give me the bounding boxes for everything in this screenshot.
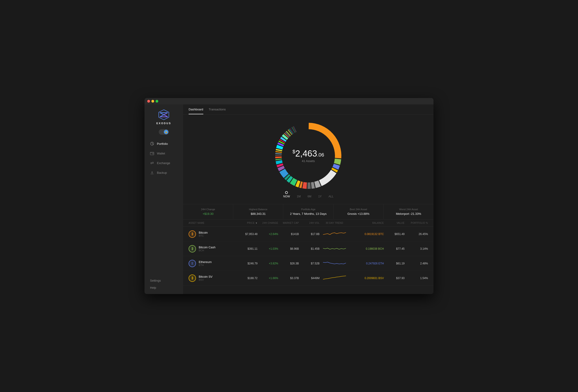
- stat-worst-asset: Worst 24H Asset Melonport -21.33%: [384, 204, 434, 219]
- stat-label-highest: Highest Balance: [236, 208, 280, 211]
- col-header-value: VALUE: [384, 222, 405, 224]
- sidebar: EXODUS 🔒 Portfolio: [144, 104, 183, 294]
- stat-best-asset: Best 24H Asset Gnosis +13.88%: [334, 204, 384, 219]
- table-row[interactable]: ₿ Bitcoin Cash BCH $391.11 +1.03% $6.96B…: [183, 241, 434, 256]
- mktcap-cell-3: $3.37B: [278, 276, 299, 280]
- asset-ticker-0: BTC: [199, 234, 208, 237]
- sidebar-item-backup[interactable]: Backup: [147, 168, 180, 177]
- app-title: EXODUS: [156, 122, 171, 125]
- time-1m[interactable]: 1M: [297, 195, 301, 198]
- col-header-price[interactable]: PRICE ▼: [235, 222, 257, 224]
- table-rows: ₿ Bitcoin BTC $7,953.48 +2.64% $141B $17…: [183, 227, 434, 285]
- table-header: ASSET NAME PRICE ▼ 24H CHANGE MARKET CAP…: [183, 219, 434, 227]
- traffic-lights: [147, 100, 158, 103]
- change-cell-1: +1.03%: [257, 247, 278, 250]
- exchange-label: Exchange: [157, 161, 170, 165]
- value-cell-0: $651.49: [384, 233, 405, 236]
- portfolio-cell-0: 26.45%: [405, 233, 428, 236]
- lock-icon: 🔒: [165, 131, 167, 133]
- asset-name-1: Bitcoin Cash: [199, 246, 215, 249]
- trend-cell-1: [320, 244, 349, 253]
- balance-cell-0: 0.0819132 BTC: [349, 233, 384, 236]
- col-header-balance: BALANCE: [349, 222, 384, 224]
- portfolio-icon: [150, 142, 154, 146]
- toggle-area[interactable]: 🔒: [144, 129, 183, 135]
- time-selector: NOW 1M 6M 1Y ALL: [283, 195, 334, 198]
- vol-cell-3: $449M: [299, 276, 320, 280]
- mktcap-cell-2: $26.3B: [278, 262, 299, 265]
- exodus-logo-icon: [158, 109, 170, 120]
- asset-ticker-2: ETH: [199, 264, 212, 267]
- nav-items: Portfolio Wallet: [144, 139, 183, 177]
- lock-knob: 🔒: [164, 130, 168, 134]
- portfolio-label: Portfolio: [157, 142, 168, 146]
- titlebar: [144, 98, 434, 104]
- vol-cell-0: $17.8B: [299, 233, 320, 236]
- asset-name-3: Bitcoin SV: [199, 275, 212, 278]
- time-all[interactable]: ALL: [329, 195, 333, 198]
- chart-section: $2,463.06 41 Assets NOW 1M 6M 1Y ALL: [183, 115, 434, 200]
- col-header-asset: ASSET NAME: [189, 222, 235, 224]
- wallet-label: Wallet: [157, 152, 165, 155]
- sidebar-item-exchange[interactable]: Exchange: [147, 158, 180, 167]
- asset-cell-1: ₿ Bitcoin Cash BCH: [189, 245, 235, 252]
- sparkline-0: [323, 230, 346, 237]
- backup-label: Backup: [157, 171, 167, 174]
- value-cell-3: $37.93: [384, 276, 405, 280]
- trend-cell-0: [320, 230, 349, 238]
- change-cell-0: +2.64%: [257, 233, 278, 236]
- balance-cell-3: 0.2009831 BSV: [349, 276, 384, 280]
- tab-dashboard[interactable]: Dashboard: [189, 108, 203, 114]
- col-header-vol: 24H VOL: [299, 222, 320, 224]
- sparkline-2: [323, 259, 346, 267]
- time-now[interactable]: NOW: [283, 195, 290, 198]
- value-main: 2,463: [295, 149, 317, 158]
- exchange-icon: [150, 161, 154, 165]
- logo-area: EXODUS: [144, 109, 183, 125]
- asset-cell-2: Ξ Ethereum ETH: [189, 260, 235, 267]
- stat-label-change: 24H Change: [186, 208, 230, 211]
- app-window: EXODUS 🔒 Portfolio: [144, 98, 434, 294]
- tab-transactions[interactable]: Transactions: [209, 108, 226, 114]
- sidebar-item-wallet[interactable]: Wallet: [147, 149, 180, 158]
- stat-value-worst: Melonport -21.33%: [386, 212, 431, 216]
- maximize-button[interactable]: [155, 100, 158, 103]
- close-button[interactable]: [147, 100, 150, 103]
- sparkline-3: [323, 274, 346, 282]
- asset-name-0: Bitcoin: [199, 231, 208, 234]
- settings-link[interactable]: Settings: [150, 279, 178, 282]
- change-cell-2: +3.82%: [257, 262, 278, 265]
- time-6m[interactable]: 6M: [308, 195, 312, 198]
- sidebar-bottom: Settings Help: [144, 279, 183, 289]
- table-row[interactable]: Ξ Ethereum ETH $246.79 +3.82% $26.3B $7.…: [183, 256, 434, 271]
- sparkline-1: [323, 244, 346, 252]
- sidebar-item-portfolio[interactable]: Portfolio: [147, 139, 180, 148]
- help-link[interactable]: Help: [150, 286, 178, 289]
- tab-bar: Dashboard Transactions: [183, 104, 434, 115]
- table-row[interactable]: ₿ Bitcoin BTC $7,953.48 +2.64% $141B $17…: [183, 227, 434, 241]
- vol-cell-2: $7.52B: [299, 262, 320, 265]
- donut-center: $2,463.06 41 Assets: [292, 149, 324, 163]
- minimize-button[interactable]: [151, 100, 154, 103]
- asset-ticker-1: BCH: [199, 249, 215, 252]
- stat-label-worst: Worst 24H Asset: [386, 208, 431, 211]
- time-1y[interactable]: 1Y: [318, 195, 322, 198]
- balance-cell-2: 0.247926 ETH: [349, 262, 384, 265]
- asset-name-2: Ethereum: [199, 260, 212, 264]
- stat-24h-change: 24H Change +$19.30: [183, 204, 233, 219]
- donut-container: $2,463.06 41 Assets: [272, 119, 345, 193]
- table-row[interactable]: ₿ Bitcoin SV BSV $188.72 +1.66% $3.37B $…: [183, 271, 434, 285]
- change-cell-3: +1.66%: [257, 276, 278, 280]
- portfolio-cell-2: 2.48%: [405, 262, 428, 265]
- mktcap-cell-0: $141B: [278, 233, 299, 236]
- portfolio-cell-1: 3.14%: [405, 247, 428, 250]
- app-body: EXODUS 🔒 Portfolio: [144, 104, 434, 294]
- price-cell-1: $391.11: [235, 247, 257, 250]
- lock-toggle[interactable]: 🔒: [159, 129, 169, 135]
- stat-value-age: 2 Years, 7 Months, 13 Days: [286, 212, 330, 216]
- main-content: Dashboard Transactions $2,463.06 41 Asse…: [183, 104, 434, 294]
- content-area[interactable]: $2,463.06 41 Assets NOW 1M 6M 1Y ALL: [183, 115, 434, 294]
- asset-cell-3: ₿ Bitcoin SV BSV: [189, 274, 235, 282]
- stat-label-best: Best 24H Asset: [336, 208, 381, 211]
- trend-cell-2: [320, 259, 349, 268]
